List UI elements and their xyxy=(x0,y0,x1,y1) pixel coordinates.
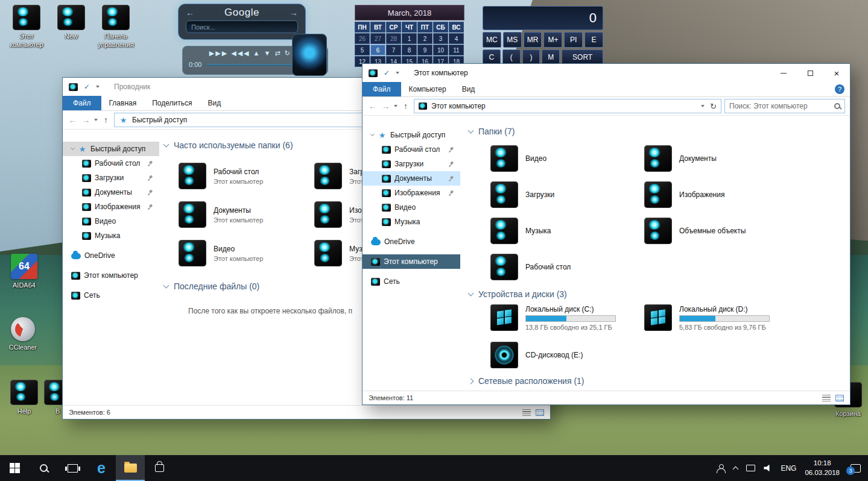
drive-tile-d[interactable]: Локальный диск (D:) 5,83 ГБ свободно из … xyxy=(644,304,798,332)
drive-tile-cd[interactable]: CD-дисковод (E:) xyxy=(490,341,644,369)
folder-tile-music[interactable]: Музыка xyxy=(490,217,644,245)
search-icon[interactable] xyxy=(834,103,840,109)
sidebar-item-onedrive[interactable]: OneDrive xyxy=(63,248,159,263)
store-button[interactable] xyxy=(145,455,174,481)
calendar-day[interactable]: 1 xyxy=(402,33,417,44)
folder-tile-desktop[interactable]: Рабочий стол xyxy=(490,253,644,281)
desktop-icon-control-panel[interactable]: Панель управления xyxy=(90,5,141,49)
chevron-down-icon[interactable] xyxy=(396,72,399,74)
sidebar-item-pictures[interactable]: Изображения xyxy=(63,200,159,214)
calc-button-ms[interactable]: MS xyxy=(503,32,522,48)
drive-tile-c[interactable]: Локальный диск (C:) 13,8 ГБ свободно из … xyxy=(490,304,644,332)
collapse-chevron-icon[interactable] xyxy=(163,283,169,289)
sidebar-item-videos[interactable]: Видео xyxy=(63,214,159,228)
desktop-icon-new[interactable]: New xyxy=(48,5,94,41)
sidebar-item-music[interactable]: Музыка xyxy=(363,215,460,229)
language-indicator[interactable]: ENG xyxy=(781,464,796,473)
sidebar-item-network[interactable]: Сеть xyxy=(363,274,460,289)
refresh-icon[interactable]: ↻ xyxy=(710,102,717,111)
sidebar-item-desktop[interactable]: Рабочий стол xyxy=(63,156,159,171)
address-dropdown-chevron[interactable] xyxy=(701,105,705,107)
tab-computer[interactable]: Компьютер xyxy=(401,82,454,96)
group-header-network-locations[interactable]: Сетевые расположения (1) xyxy=(469,376,850,386)
calc-button-pi[interactable]: PI xyxy=(564,32,583,48)
folder-tile-documents[interactable]: Документы xyxy=(644,145,798,172)
tab-file[interactable]: Файл xyxy=(63,96,101,110)
desktop-icon-aida64[interactable]: 64 AIDA64 xyxy=(1,254,47,290)
calendar-day[interactable]: 3 xyxy=(433,33,448,44)
calc-button-e[interactable]: E xyxy=(584,32,603,48)
sidebar-item-pictures[interactable]: Изображения xyxy=(363,186,460,200)
collapse-chevron-icon[interactable] xyxy=(163,142,169,148)
folder-tile-downloads[interactable]: Загрузки xyxy=(490,181,644,209)
calc-button-mr[interactable]: MR xyxy=(524,32,542,48)
sidebar-item-this-pc[interactable]: Этот компьютер xyxy=(363,254,460,269)
volume-icon[interactable] xyxy=(764,465,772,472)
action-center-icon[interactable]: 3 xyxy=(851,464,861,473)
close-button[interactable]: × xyxy=(823,64,850,82)
network-icon[interactable] xyxy=(746,465,755,471)
quick-access-toolbar-icon[interactable]: ✓ xyxy=(384,69,390,77)
file-explorer-button[interactable] xyxy=(116,455,145,481)
glowing-device-gadget[interactable] xyxy=(292,34,327,76)
taskbar-search-button[interactable] xyxy=(29,455,58,481)
calendar-day[interactable]: 2 xyxy=(417,33,432,44)
sidebar-item-music[interactable]: Музыка xyxy=(63,228,159,243)
tab-file[interactable]: Файл xyxy=(363,82,401,96)
title-bar[interactable]: ✓ Этот компьютер × xyxy=(363,64,850,82)
calendar-day-today[interactable]: 6 xyxy=(370,45,385,55)
details-view-button[interactable] xyxy=(522,409,531,416)
sidebar-item-documents[interactable]: Документы xyxy=(63,185,159,200)
sidebar-item-desktop[interactable]: Рабочий стол xyxy=(363,142,460,157)
sidebar-item-videos[interactable]: Видео xyxy=(363,200,460,215)
calendar-day[interactable]: 4 xyxy=(449,33,464,44)
people-icon[interactable] xyxy=(716,464,725,473)
forward-arrow-icon[interactable]: → xyxy=(290,8,298,17)
sidebar-item-this-pc[interactable]: Этот компьютер xyxy=(63,268,159,283)
expand-chevron-icon[interactable] xyxy=(370,132,375,136)
collapse-chevron-icon[interactable] xyxy=(468,291,474,297)
recent-locations-chevron[interactable] xyxy=(394,105,398,107)
quick-access-toolbar-icon[interactable]: ✓ xyxy=(84,83,90,90)
calc-button-mc[interactable]: MC xyxy=(483,32,501,48)
folder-tile-documents[interactable]: Документы Этот компьютер xyxy=(179,201,314,228)
folder-tile-3d-objects[interactable]: Объемные объекты xyxy=(644,217,798,245)
tiles-view-button[interactable] xyxy=(536,409,544,416)
calendar-day[interactable]: 8 xyxy=(402,45,417,55)
search-input[interactable] xyxy=(729,102,831,110)
calendar-day[interactable]: 27 xyxy=(370,33,385,44)
search-box[interactable] xyxy=(724,99,845,113)
expand-chevron-icon[interactable] xyxy=(468,378,474,384)
expand-chevron-icon[interactable] xyxy=(71,146,75,150)
up-button[interactable]: ↑ xyxy=(401,101,411,111)
folder-tile-pictures[interactable]: Изображения xyxy=(644,181,798,209)
hidden-icons-chevron[interactable] xyxy=(733,466,739,472)
address-location[interactable]: Этот компьютер xyxy=(431,102,486,110)
maximize-button[interactable] xyxy=(797,64,823,82)
folder-tile-videos[interactable]: Видео xyxy=(490,145,644,172)
task-view-button[interactable] xyxy=(58,455,87,481)
folder-tile-videos[interactable]: Видео Этот компьютер xyxy=(179,239,314,267)
tiles-view-button[interactable] xyxy=(835,395,844,401)
seek-bar[interactable] xyxy=(206,64,303,66)
help-icon[interactable]: ? xyxy=(835,84,844,94)
address-box[interactable]: Этот компьютер ↻ xyxy=(414,99,721,113)
group-header-devices[interactable]: Устройства и диски (3) xyxy=(469,289,850,299)
tab-view[interactable]: Вид xyxy=(200,96,229,110)
chevron-down-icon[interactable] xyxy=(96,86,100,88)
desktop-icon-this-pc[interactable]: Этот компьютер xyxy=(4,5,49,49)
calendar-day[interactable]: 11 xyxy=(449,45,464,55)
calendar-day[interactable]: 7 xyxy=(386,45,401,55)
calc-button-mplus[interactable]: M+ xyxy=(543,32,562,48)
forward-button[interactable]: → xyxy=(81,115,91,125)
start-button[interactable] xyxy=(0,455,29,481)
details-view-button[interactable] xyxy=(822,395,831,401)
breadcrumb[interactable]: Быстрый доступ xyxy=(132,116,187,124)
folder-tile-desktop[interactable]: Рабочий стол Этот компьютер xyxy=(179,162,314,190)
calendar-day[interactable]: 28 xyxy=(386,33,401,44)
sidebar-item-documents[interactable]: Документы xyxy=(363,171,460,186)
calendar-day[interactable]: 5 xyxy=(355,45,370,55)
clock[interactable]: 10:18 06.03.2018 xyxy=(805,459,840,477)
tab-view[interactable]: Вид xyxy=(454,82,483,96)
sidebar-item-onedrive[interactable]: OneDrive xyxy=(363,234,460,249)
